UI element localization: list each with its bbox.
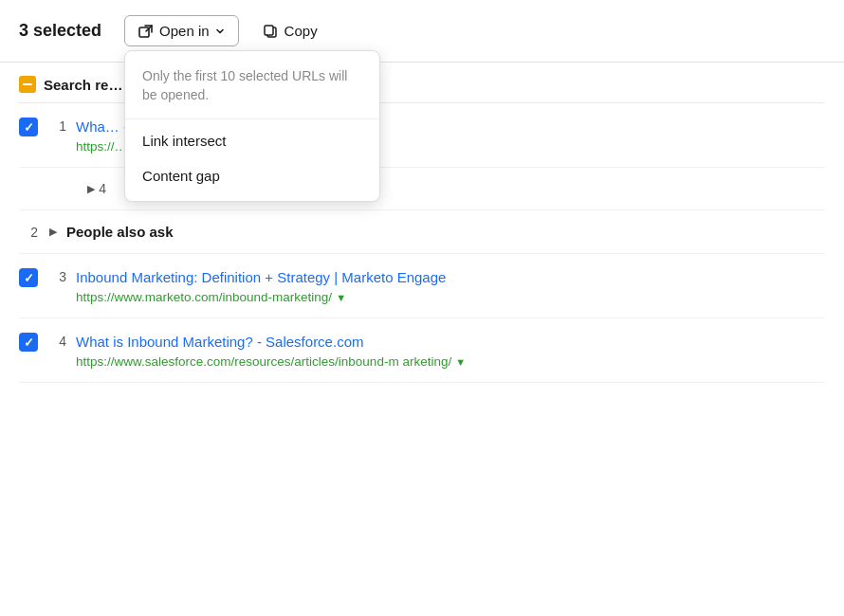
row-checkbox[interactable]: [19, 118, 38, 136]
open-in-icon: [138, 24, 154, 39]
toolbar: 3 selected Open in Only the first 10 sel…: [0, 0, 844, 63]
row-content: Inbound Marketing: Definition + Strategy…: [76, 267, 825, 304]
sub-count: 4: [99, 181, 106, 196]
copy-label: Copy: [284, 23, 318, 39]
result-url-line: https://www.salesforce.com/resources/art…: [76, 354, 825, 369]
checkbox-checked-icon: [19, 268, 38, 287]
dropdown-item-content-gap[interactable]: Content gap: [125, 158, 379, 193]
open-in-button[interactable]: Open in: [124, 15, 239, 46]
table-row: 3 Inbound Marketing: Definition + Strate…: [19, 254, 825, 318]
copy-icon: [264, 24, 279, 39]
result-title-link[interactable]: What is Inbound Marketing? - Salesforce.…: [76, 334, 363, 350]
row-number: 3: [47, 267, 66, 284]
expand-icon[interactable]: ▶: [49, 226, 57, 238]
chevron-down-icon: [215, 27, 225, 36]
row-checkbox[interactable]: [19, 333, 38, 352]
url-dropdown-arrow[interactable]: ▼: [336, 292, 346, 303]
checkbox-checked-icon: [19, 333, 38, 352]
svg-rect-2: [265, 26, 273, 35]
section-title: Search re…: [44, 77, 122, 93]
people-also-ask-row: 2 ▶ People also ask: [19, 210, 825, 254]
table-row: 4 What is Inbound Marketing? - Salesforc…: [19, 318, 825, 383]
minus-icon[interactable]: [19, 76, 36, 93]
dropdown-hint-text: Only the first 10 selected URLs will be …: [125, 63, 379, 119]
indent-expand[interactable]: ▶ 4: [66, 181, 106, 196]
dropdown-item-link-intersect[interactable]: Link intersect: [125, 123, 379, 158]
open-in-label: Open in: [159, 23, 210, 39]
row-content: What is Inbound Marketing? - Salesforce.…: [76, 332, 825, 369]
result-url: https://www.salesforce.com/resources/art…: [76, 354, 451, 369]
selected-count-label: 3 selected: [19, 21, 101, 41]
row-checkbox[interactable]: [19, 268, 38, 287]
open-in-dropdown-menu: Only the first 10 selected URLs will be …: [124, 50, 380, 202]
row-number: 4: [47, 332, 66, 349]
open-in-dropdown-container: Open in Only the first 10 selected URLs …: [124, 15, 239, 46]
result-url: https://www.marketo.com/inbound-marketin…: [76, 290, 332, 304]
url-dropdown-arrow[interactable]: ▼: [455, 356, 466, 368]
checkbox-checked-icon: [19, 118, 38, 136]
row-number: 1: [47, 117, 66, 134]
result-title-link[interactable]: Inbound Marketing: Definition + Strategy…: [76, 269, 446, 285]
copy-button[interactable]: Copy: [254, 16, 327, 45]
expand-arrow-icon: ▶: [87, 183, 95, 195]
row-number: 2: [19, 225, 38, 240]
paa-title: People also ask: [66, 224, 174, 240]
result-url-line: https://www.marketo.com/inbound-marketin…: [76, 290, 825, 304]
